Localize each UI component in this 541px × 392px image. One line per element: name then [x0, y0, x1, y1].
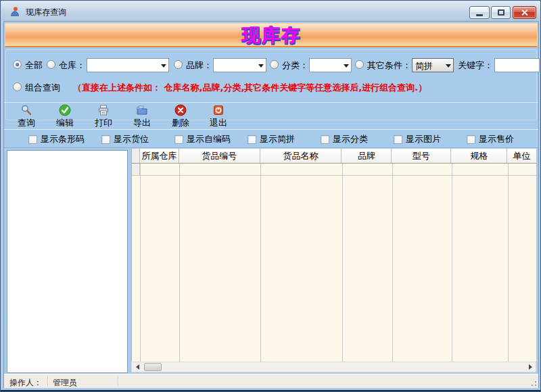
- checkbox-show-image[interactable]: 显示图片: [394, 133, 441, 145]
- column-header-item-code[interactable]: 货品编号: [179, 149, 260, 164]
- inventory-grid: 所属仓库 货品编号 货品名称 品牌 型号 规格 单位: [131, 149, 536, 362]
- client-area: 现库存 全部 仓库： 品牌： 分类： 其它条件： 简拼: [3, 21, 539, 388]
- print-icon: [97, 104, 110, 116]
- checkbox-show-price[interactable]: 显示售价: [467, 133, 514, 145]
- search-icon: [20, 104, 32, 116]
- window-title: 现库存查询: [26, 7, 66, 18]
- display-options-row: 显示条形码 显示货位 显示自编码 显示简拼 显示分类 显示图片: [4, 129, 538, 148]
- scrollbar-thumb[interactable]: [144, 363, 162, 371]
- maximize-button[interactable]: [491, 6, 511, 19]
- print-button-label: 打印: [95, 117, 112, 129]
- row-indicator: [132, 164, 140, 175]
- category-tree-panel[interactable]: [7, 150, 128, 373]
- checkbox-show-pinyin[interactable]: 显示简拼: [248, 133, 295, 145]
- export-icon: [136, 104, 148, 116]
- checkbox-label: 显示简拼: [260, 133, 295, 145]
- warehouse-label: 仓库：: [59, 59, 85, 72]
- column-header-brand[interactable]: 品牌: [342, 149, 392, 164]
- other-condition-value: 简拼: [415, 60, 433, 72]
- checkbox-icon: [321, 135, 329, 144]
- combo-query-label: 组合查询: [25, 82, 60, 94]
- scroll-right-button[interactable]: [525, 362, 536, 372]
- statusbar-divider: [47, 376, 48, 387]
- checkbox-show-barcode[interactable]: 显示条形码: [28, 133, 85, 145]
- brand-label: 品牌：: [186, 59, 212, 72]
- query-button-label: 查询: [18, 117, 35, 129]
- column-divider: [179, 164, 180, 362]
- grid-body[interactable]: [132, 164, 536, 362]
- row-indicator-header: [132, 149, 140, 164]
- delete-button[interactable]: 删除: [164, 104, 197, 129]
- other-condition-select[interactable]: 简拼: [412, 58, 454, 72]
- category-label: 分类：: [282, 59, 308, 72]
- grid-header: 所属仓库 货品编号 货品名称 品牌 型号 规格 单位: [132, 149, 536, 164]
- column-header-item-name[interactable]: 货品名称: [260, 149, 342, 164]
- maximize-icon: [498, 9, 504, 16]
- delete-icon: [174, 104, 187, 116]
- statusbar-divider: [118, 376, 118, 387]
- checkbox-show-category[interactable]: 显示分类: [321, 133, 368, 145]
- radio-warehouse[interactable]: [47, 60, 55, 69]
- warehouse-select[interactable]: [87, 58, 169, 72]
- query-button[interactable]: 查询: [9, 104, 43, 129]
- category-select[interactable]: [309, 58, 352, 72]
- horizontal-scrollbar[interactable]: [131, 362, 536, 372]
- column-divider: [452, 164, 452, 362]
- column-header-spec[interactable]: 规格: [451, 149, 507, 164]
- table-row[interactable]: [132, 164, 536, 176]
- column-divider: [508, 164, 509, 362]
- close-button[interactable]: [513, 6, 536, 19]
- radio-all[interactable]: [13, 60, 22, 69]
- chevron-down-icon: [446, 64, 451, 68]
- exit-icon: [212, 104, 225, 116]
- brand-select[interactable]: [213, 58, 266, 72]
- column-header-unit[interactable]: 单位: [507, 149, 536, 164]
- edit-button[interactable]: 编辑: [48, 104, 82, 129]
- page-banner: 现库存: [5, 23, 538, 47]
- checkbox-icon: [174, 135, 183, 144]
- resize-grip-icon[interactable]: [528, 378, 537, 387]
- minimize-button[interactable]: [469, 6, 490, 19]
- radio-category[interactable]: [270, 60, 279, 69]
- keyword-input[interactable]: [494, 58, 540, 72]
- checkbox-show-location[interactable]: 显示货位: [101, 133, 149, 145]
- print-button[interactable]: 打印: [87, 104, 120, 129]
- checkbox-label: 显示条形码: [41, 133, 85, 145]
- exit-button[interactable]: 退出: [202, 104, 235, 129]
- export-button-label: 导出: [133, 117, 151, 129]
- chevron-down-icon: [161, 64, 166, 68]
- column-header-warehouse[interactable]: 所属仓库: [140, 149, 179, 164]
- scroll-left-button[interactable]: [132, 362, 143, 372]
- checkbox-label: 显示自编码: [187, 133, 231, 145]
- column-header-model[interactable]: 型号: [392, 149, 451, 164]
- checkbox-icon: [467, 135, 475, 144]
- filter-row-1: 全部 仓库： 品牌： 分类： 其它条件： 简拼 关键字：: [6, 58, 536, 73]
- arrow-left-icon: [136, 364, 139, 370]
- window-bottom-edge: [1, 390, 540, 391]
- checkbox-label: 显示图片: [406, 133, 441, 145]
- minimize-icon: [476, 14, 483, 16]
- radio-other[interactable]: [355, 60, 364, 69]
- column-divider: [392, 164, 393, 362]
- radio-brand[interactable]: [174, 60, 183, 69]
- chevron-down-icon: [258, 64, 264, 68]
- operator-label: 操作人：: [9, 377, 42, 389]
- radio-all-label: 全部: [25, 59, 43, 72]
- operator-value: 管理员: [53, 377, 77, 389]
- radio-combo-query[interactable]: [13, 82, 22, 91]
- edit-icon: [59, 104, 71, 116]
- column-divider: [260, 164, 261, 362]
- arrow-right-icon: [529, 364, 532, 370]
- close-icon: [521, 9, 528, 16]
- column-divider: [140, 164, 141, 362]
- titlebar: 现库存查询: [1, 1, 540, 21]
- column-divider: [342, 164, 343, 362]
- statusbar: 操作人： 管理员: [4, 374, 538, 388]
- checkbox-show-custom-code[interactable]: 显示自编码: [174, 133, 231, 145]
- export-button[interactable]: 导出: [125, 104, 159, 129]
- toolbar: 查询 编辑 打印: [4, 102, 538, 129]
- page-title: 现库存: [242, 24, 301, 45]
- filter-row-2: 组合查询 （直接在上述条件如： 仓库名称,品牌,分类,其它条件关键字等任意选择后…: [6, 80, 536, 95]
- delete-button-label: 删除: [172, 117, 189, 129]
- checkbox-label: 显示售价: [479, 133, 514, 145]
